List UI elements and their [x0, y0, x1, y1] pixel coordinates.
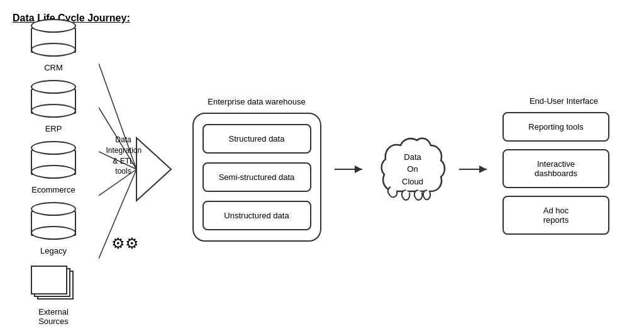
erp-label: ERP — [45, 124, 62, 133]
diagram-container: Data Life Cycle Journey: CRM ER — [0, 0, 644, 331]
cloud-wrapper: DataOnCloud — [378, 132, 447, 207]
external-item: ExternalSources — [31, 266, 76, 326]
eui-column: End-User Interface Reporting tools Inter… — [502, 96, 625, 242]
reporting-tools-box: Reporting tools — [502, 112, 609, 142]
structured-data-box: Structured data — [203, 124, 311, 154]
sources-column: CRM ERP Ecommerce — [19, 13, 88, 326]
crm-item: CRM — [31, 19, 76, 72]
legacy-item: Legacy — [31, 202, 76, 255]
unstructured-data-box: Unstructured data — [203, 201, 311, 230]
edw-column: Enterprise data warehouse Structured dat… — [191, 97, 323, 242]
cloud-eui-connector — [458, 157, 492, 182]
external-label: ExternalSources — [38, 307, 69, 326]
edw-cloud-arrow — [333, 157, 368, 182]
edw-cloud-connector — [333, 157, 368, 182]
adhoc-reports-box: Ad hocreports — [502, 196, 609, 235]
cloud-eui-arrow — [458, 157, 492, 182]
page-title: Data Life Cycle Journey: — [13, 13, 631, 24]
edw-box: Structured data Semi-structured data Uns… — [192, 113, 321, 242]
etl-connector: Data Integration & ETL tools ⚙⚙ — [99, 37, 180, 301]
cloud-label: DataOnCloud — [402, 151, 423, 188]
etl-label: Data Integration & ETL tools — [106, 135, 141, 177]
ecommerce-item: Ecommerce — [31, 141, 76, 194]
ecommerce-label: Ecommerce — [31, 185, 75, 194]
eui-title: End-User Interface — [530, 96, 598, 106]
semi-structured-data-box: Semi-structured data — [203, 162, 311, 192]
legacy-label: Legacy — [40, 246, 67, 255]
erp-item: ERP — [31, 80, 76, 133]
cloud-column: DataOnCloud — [378, 132, 447, 207]
edw-title: Enterprise data warehouse — [208, 97, 305, 106]
crm-label: CRM — [44, 63, 63, 72]
main-content: CRM ERP Ecommerce — [13, 34, 631, 305]
gear-icon: ⚙⚙ — [111, 236, 139, 251]
interactive-dashboards-box: Interactivedashboards — [502, 149, 609, 188]
